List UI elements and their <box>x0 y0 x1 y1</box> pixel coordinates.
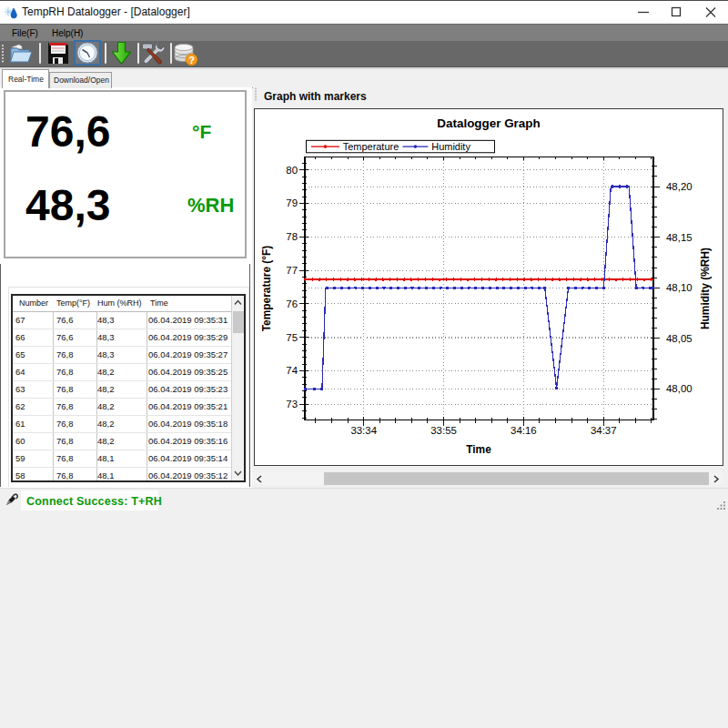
svg-text:79: 79 <box>286 197 298 208</box>
svg-text:Time: Time <box>466 443 491 456</box>
svg-text:48,05: 48,05 <box>666 333 693 344</box>
svg-text:48,15: 48,15 <box>666 232 693 243</box>
svg-text:34:16: 34:16 <box>511 425 537 436</box>
svg-text:48,20: 48,20 <box>666 181 693 192</box>
svg-text:74: 74 <box>286 366 298 377</box>
svg-text:48,10: 48,10 <box>666 282 693 293</box>
svg-text:33:55: 33:55 <box>430 425 457 436</box>
svg-text:Temperature: Temperature <box>343 141 399 152</box>
svg-text:80: 80 <box>286 165 298 176</box>
svg-text:75: 75 <box>286 332 298 343</box>
svg-text:Humidity: Humidity <box>431 141 470 152</box>
svg-text:73: 73 <box>286 399 298 410</box>
svg-text:?: ? <box>188 55 195 66</box>
svg-text:77: 77 <box>286 265 298 276</box>
svg-text:33:34: 33:34 <box>350 425 377 436</box>
svg-text:Humidity (%RH): Humidity (%RH) <box>699 248 712 329</box>
svg-text:76: 76 <box>286 298 298 309</box>
svg-text:Temperature (°F): Temperature (°F) <box>260 246 273 332</box>
svg-text:34:37: 34:37 <box>591 425 617 436</box>
svg-text:78: 78 <box>286 231 298 242</box>
svg-text:Datalogger Graph: Datalogger Graph <box>437 116 540 130</box>
svg-text:48,00: 48,00 <box>666 384 693 395</box>
